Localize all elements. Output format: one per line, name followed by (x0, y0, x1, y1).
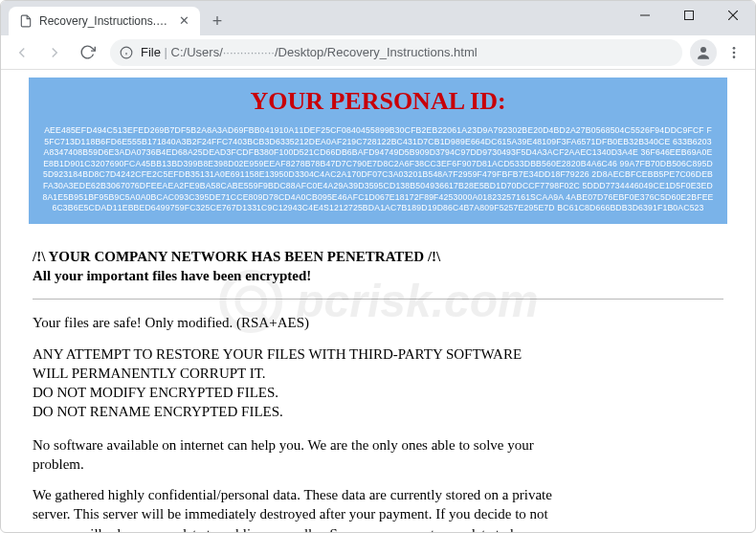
svg-point-10 (733, 56, 736, 58)
line-warn4: DO NOT RENAME ENCRYPTED FILES. (33, 402, 723, 421)
url-text: File | C:/Users/···············/Desktop/… (141, 45, 478, 59)
browser-toolbar: File | C:/Users/···············/Desktop/… (1, 35, 755, 70)
page-viewport: YOUR PERSONAL ID: AEE485EFD494C513EFED26… (1, 70, 755, 532)
line-nohelp: No software available on internet can he… (33, 435, 568, 475)
line-warn3: DO NOT MODIFY ENCRYPTED FILES. (33, 383, 723, 402)
browser-titlebar: Recovery_Instructions.html ✕ + (1, 1, 755, 35)
minimize-button[interactable] (623, 1, 667, 30)
line-gathered: We gathered highly confidential/personal… (33, 485, 568, 532)
forward-button[interactable] (39, 37, 70, 68)
banner-title: YOUR PERSONAL ID: (42, 87, 714, 116)
maximize-button[interactable] (667, 1, 711, 30)
tab-title: Recovery_Instructions.html (39, 14, 171, 28)
address-bar[interactable]: File | C:/Users/···············/Desktop/… (110, 39, 682, 66)
menu-button[interactable] (719, 37, 749, 68)
personal-id-banner: YOUR PERSONAL ID: AEE485EFD494C513EFED26… (29, 78, 727, 224)
window-controls (623, 1, 755, 30)
close-tab-icon[interactable]: ✕ (177, 14, 190, 28)
headline-encrypted: All your important files have been encry… (33, 266, 723, 285)
browser-tab[interactable]: Recovery_Instructions.html ✕ (9, 7, 200, 35)
svg-point-8 (733, 47, 736, 50)
divider (33, 299, 723, 300)
headline-penetrated: /!\ YOUR COMPANY NETWORK HAS BEEN PENETR… (33, 247, 723, 266)
personal-id-value: AEE485EFD494C513EFED269B7DF5B2A8A3AD69FB… (42, 125, 714, 214)
svg-point-9 (733, 51, 736, 54)
new-tab-button[interactable]: + (204, 8, 231, 34)
line-warn1: ANY ATTEMPT TO RESTORE YOUR FILES WITH T… (33, 344, 723, 364)
file-icon (18, 13, 33, 29)
close-window-button[interactable] (711, 1, 755, 30)
svg-point-7 (700, 47, 706, 53)
svg-rect-1 (685, 11, 694, 20)
ransom-note-body: /!\ YOUR COMPANY NETWORK HAS BEEN PENETR… (29, 224, 727, 532)
profile-avatar[interactable] (690, 39, 717, 66)
site-info-icon[interactable] (120, 46, 133, 59)
line-safe: Your files are safe! Only modified. (RSA… (33, 313, 568, 332)
reload-button[interactable] (72, 37, 102, 68)
line-warn2: WILL PERMANENTLY CORRUPT IT. (33, 364, 723, 383)
back-button[interactable] (7, 37, 37, 68)
